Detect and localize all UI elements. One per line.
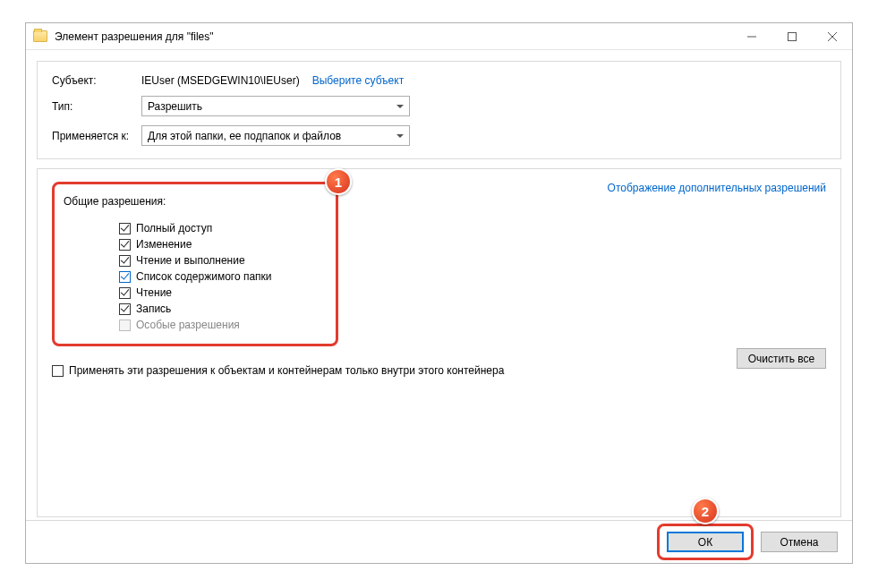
- subject-label: Субъект:: [52, 74, 141, 87]
- permissions-panel: 1 Общие разрешения: Полный доступ Измене…: [37, 168, 841, 517]
- perm-read[interactable]: Чтение: [119, 286, 320, 299]
- type-label: Тип:: [52, 100, 141, 113]
- checkbox-icon[interactable]: [119, 223, 131, 234]
- svg-rect-1: [788, 32, 796, 40]
- perm-list-folder[interactable]: Список содержимого папки: [119, 270, 320, 283]
- close-button[interactable]: [812, 23, 852, 49]
- folder-icon: [33, 30, 47, 42]
- minimize-button[interactable]: [731, 23, 771, 49]
- principal-panel: Субъект: IEUser (MSEDGEWIN10\IEUser) Выб…: [37, 61, 841, 159]
- ok-highlight: 2 ОК: [657, 524, 754, 560]
- annotation-marker-2: 2: [692, 498, 719, 524]
- type-select-value: Разрешить: [148, 100, 202, 113]
- basic-permissions-title: Общие разрешения:: [64, 195, 166, 208]
- checkbox-icon[interactable]: [119, 239, 131, 251]
- clear-all-button[interactable]: Очистить все: [737, 348, 826, 369]
- checkbox-icon[interactable]: [119, 303, 131, 315]
- permission-entry-dialog: Элемент разрешения для "files" Субъект: …: [25, 22, 853, 564]
- apply-only-checkbox[interactable]: [52, 365, 64, 377]
- perm-write[interactable]: Запись: [119, 303, 320, 315]
- chevron-down-icon: [396, 105, 404, 108]
- show-advanced-link[interactable]: Отображение дополнительных разрешений: [608, 182, 826, 194]
- dialog-content: Субъект: IEUser (MSEDGEWIN10\IEUser) Выб…: [26, 50, 852, 528]
- checkbox-icon[interactable]: [119, 271, 131, 283]
- perm-modify[interactable]: Изменение: [119, 238, 320, 251]
- checkbox-icon: [119, 320, 131, 331]
- perm-full-control[interactable]: Полный доступ: [119, 222, 320, 234]
- apply-only-row[interactable]: Применять эти разрешения к объектам и ко…: [52, 364, 826, 377]
- annotation-marker-1: 1: [325, 168, 352, 195]
- cancel-button[interactable]: Отмена: [761, 532, 838, 552]
- ok-button[interactable]: ОК: [667, 532, 744, 552]
- apply-only-label: Применять эти разрешения к объектам и ко…: [69, 364, 504, 377]
- applies-label: Применяется к:: [52, 130, 141, 142]
- checkbox-icon[interactable]: [119, 287, 131, 299]
- basic-permissions-highlight: 1 Общие разрешения: Полный доступ Измене…: [52, 182, 338, 346]
- checkbox-icon[interactable]: [119, 255, 131, 267]
- principal-value: IEUser (MSEDGEWIN10\IEUser): [141, 74, 300, 87]
- maximize-button[interactable]: [771, 23, 812, 49]
- select-principal-link[interactable]: Выберите субъект: [312, 74, 404, 87]
- perm-special: Особые разрешения: [119, 319, 320, 331]
- permissions-list: Полный доступ Изменение Чтение и выполне…: [64, 222, 320, 331]
- window-controls: [731, 23, 852, 49]
- perm-read-execute[interactable]: Чтение и выполнение: [119, 254, 320, 267]
- applies-select[interactable]: Для этой папки, ее подпапок и файлов: [141, 125, 410, 146]
- dialog-footer: 2 ОК Отмена: [26, 520, 852, 563]
- applies-select-value: Для этой папки, ее подпапок и файлов: [148, 130, 341, 142]
- titlebar: Элемент разрешения для "files": [26, 23, 852, 50]
- type-select[interactable]: Разрешить: [141, 96, 410, 116]
- chevron-down-icon: [396, 134, 404, 138]
- window-title: Элемент разрешения для "files": [55, 30, 214, 43]
